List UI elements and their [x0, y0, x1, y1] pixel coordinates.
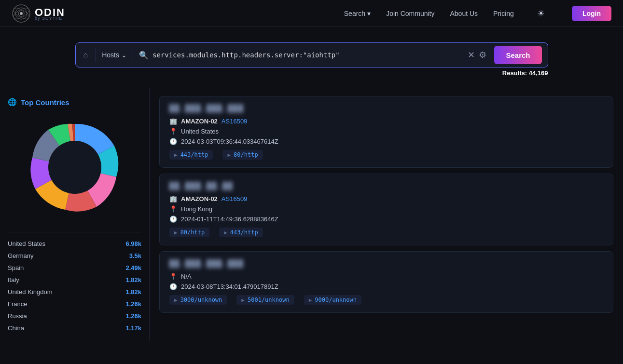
nav-links: Search ▾ Join Community About Us Pricing…	[344, 6, 611, 21]
result-country-row-1: 📍 United States	[169, 128, 603, 135]
search-input[interactable]	[152, 51, 464, 59]
login-button[interactable]: Login	[572, 6, 611, 21]
country-count: 1.82k	[125, 276, 141, 283]
results-panel: ██.███.███.███ 🏢 AMAZON-02 AS16509 📍 Uni…	[150, 88, 623, 341]
result-ip-3: ██.███.███.███	[169, 259, 603, 268]
port-tag-1a[interactable]: ▶ 443/http	[169, 150, 213, 160]
result-meta-1: 🏢 AMAZON-02 AS16509 📍 United States 🕐 20…	[169, 118, 603, 145]
country-count: 2.49k	[125, 264, 141, 271]
sidebar: 🌐 Top Countries	[0, 88, 150, 341]
country-name: Spain	[8, 264, 24, 271]
theme-toggle-button[interactable]: ☀	[533, 6, 549, 21]
building-icon-2: 🏢	[169, 195, 177, 202]
country-count: 1.82k	[125, 288, 141, 296]
result-org-row-1: 🏢 AMAZON-02 AS16509	[169, 118, 603, 125]
search-bar: ⌂ Hosts ⌄ 🔍 ✕ ⚙ Search	[75, 42, 548, 67]
terminal-icon-6: ▶	[241, 297, 245, 303]
terminal-icon-5: ▶	[174, 297, 178, 303]
port-tag-3a[interactable]: ▶ 3000/unknown	[169, 295, 227, 305]
country-name: Germany	[8, 252, 33, 259]
result-time-row-3: 🕐 2024-03-08T13:34:01.479017891Z	[169, 283, 603, 290]
country-count: 3.5k	[129, 252, 141, 259]
country-row[interactable]: Russia 1.26k	[8, 312, 141, 320]
globe-icon: 🌐	[8, 98, 17, 107]
search-bar-container: ⌂ Hosts ⌄ 🔍 ✕ ⚙ Search Results: 44,169	[0, 27, 623, 88]
country-row[interactable]: Germany 3.5k	[8, 252, 141, 259]
port-tag-3b[interactable]: ▶ 5001/unknown	[236, 295, 294, 305]
result-ip-2: ██.███.██.██	[169, 182, 603, 190]
clock-icon-2: 🕐	[169, 216, 177, 223]
country-name: France	[8, 300, 27, 308]
search-divider	[96, 48, 96, 62]
port-tag-2b[interactable]: ▶ 443/http	[219, 228, 263, 237]
result-card-1[interactable]: ██.███.███.███ 🏢 AMAZON-02 AS16509 📍 Uni…	[159, 96, 613, 168]
svg-point-5	[20, 12, 23, 15]
port-tag-1b[interactable]: ▶ 80/http	[222, 150, 263, 160]
country-count: 1.26k	[125, 300, 141, 308]
country-list: United States 6.98k Germany 3.5k Spain 2…	[8, 232, 141, 332]
terminal-icon-3: ▶	[174, 229, 178, 236]
timestamp-1: 2024-03-03T09:36:44.033467614Z	[181, 138, 278, 145]
location-icon-1: 📍	[169, 128, 177, 135]
result-card-2[interactable]: ██.███.██.██ 🏢 AMAZON-02 AS16509 📍 Hong …	[159, 174, 613, 245]
result-meta-2: 🏢 AMAZON-02 AS16509 📍 Hong Kong 🕐 2024-0…	[169, 195, 603, 223]
nav-link-search[interactable]: Search ▾	[344, 10, 371, 17]
nav-link-join[interactable]: Join Community	[386, 10, 434, 17]
results-count: Results: 44,169	[75, 67, 548, 81]
country-count: 6.98k	[125, 240, 141, 247]
asn-link-1[interactable]: AS16509	[222, 118, 248, 125]
terminal-icon-2: ▶	[227, 152, 231, 158]
location-icon-2: 📍	[169, 205, 177, 213]
result-time-row-1: 🕐 2024-03-03T09:36:44.033467614Z	[169, 138, 603, 145]
logo-icon	[12, 4, 31, 23]
search-type-button[interactable]: Hosts ⌄	[102, 51, 127, 59]
sidebar-title: 🌐 Top Countries	[8, 98, 141, 107]
building-icon: 🏢	[169, 118, 177, 125]
result-country-row-2: 📍 Hong Kong	[169, 205, 603, 213]
nav-link-about[interactable]: About Us	[450, 10, 478, 17]
main-layout: 🌐 Top Countries	[0, 88, 623, 341]
country-row[interactable]: Spain 2.49k	[8, 264, 141, 271]
country-row[interactable]: China 1.17k	[8, 324, 141, 332]
search-clear-button[interactable]: ✕	[468, 50, 475, 60]
chevron-down-icon: ▾	[367, 10, 371, 17]
org-name-2: AMAZON-02	[181, 195, 218, 202]
port-tag-2a[interactable]: ▶ 80/http	[169, 228, 209, 237]
country-3: N/A	[181, 273, 192, 280]
result-ports-3: ▶ 3000/unknown ▶ 5001/unknown ▶ 9000/unk…	[169, 295, 603, 305]
logo: ODIN by SCYTHE	[12, 4, 65, 23]
result-ports-1: ▶ 443/http ▶ 80/http	[169, 150, 603, 160]
terminal-icon: ▶	[174, 152, 178, 158]
country-name: United States	[8, 240, 45, 247]
location-icon-3: 📍	[169, 273, 177, 280]
country-row[interactable]: United States 6.98k	[8, 240, 141, 247]
country-2: Hong Kong	[181, 205, 212, 213]
result-ip-1: ██.███.███.███	[169, 104, 603, 113]
org-name-1: AMAZON-02	[181, 118, 218, 125]
country-row[interactable]: Italy 1.82k	[8, 276, 141, 283]
country-row[interactable]: France 1.26k	[8, 300, 141, 308]
search-divider-2	[133, 48, 133, 62]
search-settings-button[interactable]: ⚙	[479, 50, 486, 60]
terminal-icon-7: ▶	[309, 297, 312, 303]
asn-link-2[interactable]: AS16509	[222, 195, 248, 202]
search-magnifier-icon: 🔍	[139, 51, 149, 60]
port-tag-3c[interactable]: ▶ 9000/unknown	[304, 295, 361, 305]
nav-link-pricing[interactable]: Pricing	[493, 10, 514, 17]
country-name: Russia	[8, 312, 27, 320]
donut-chart	[8, 114, 141, 220]
donut-chart-svg	[22, 114, 128, 220]
country-count: 1.26k	[125, 312, 141, 320]
chevron-down-icon: ⌄	[121, 51, 127, 59]
timestamp-2: 2024-01-11T14:49:36.628883646Z	[181, 216, 278, 223]
country-name: China	[8, 324, 24, 332]
timestamp-3: 2024-03-08T13:34:01.479017891Z	[181, 283, 278, 290]
country-name: Italy	[8, 276, 19, 283]
search-submit-button[interactable]: Search	[494, 46, 541, 64]
country-count: 1.17k	[125, 324, 141, 332]
search-home-button[interactable]: ⌂	[82, 49, 90, 61]
country-row[interactable]: United Kingdom 1.82k	[8, 288, 141, 296]
country-name: United Kingdom	[8, 288, 53, 296]
result-meta-3: 📍 N/A 🕐 2024-03-08T13:34:01.479017891Z	[169, 273, 603, 290]
result-card-3[interactable]: ██.███.███.███ 📍 N/A 🕐 2024-03-08T13:34:…	[159, 251, 613, 313]
